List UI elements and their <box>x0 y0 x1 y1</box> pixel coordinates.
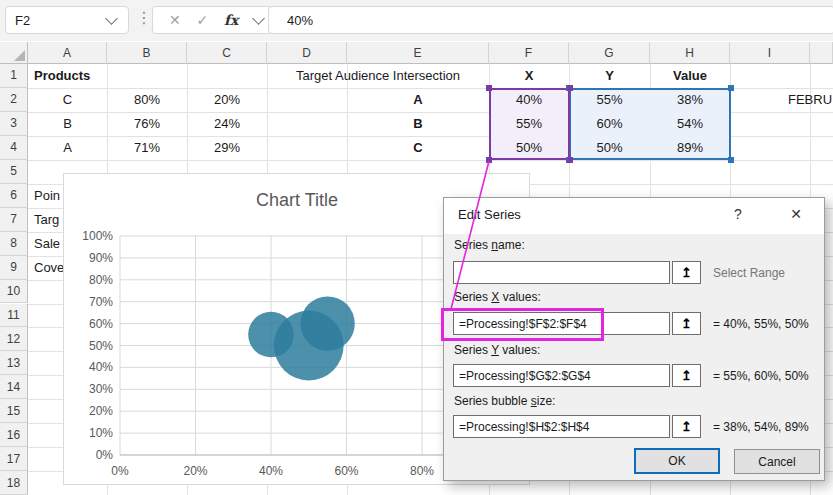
row-header-12[interactable]: 12 <box>0 327 28 351</box>
svg-text:60%: 60% <box>334 464 358 478</box>
row-header-17[interactable]: 17 <box>0 447 28 471</box>
field-label: Series name: <box>454 238 525 252</box>
svg-text:0%: 0% <box>111 464 129 478</box>
chevron-down-icon[interactable] <box>105 12 118 25</box>
column-header-G[interactable]: G <box>569 42 650 64</box>
cell-G4[interactable]: 50% <box>569 136 650 160</box>
svg-text:50%: 50% <box>89 339 113 353</box>
cancel-button[interactable]: Cancel <box>734 449 820 474</box>
close-icon[interactable]: ✕ <box>786 206 806 222</box>
row-header-8[interactable]: 8 <box>0 232 28 256</box>
dialog-titlebar[interactable]: Edit Series ? ✕ <box>444 198 824 234</box>
formula-input[interactable]: 40% <box>268 6 833 34</box>
row-header-18[interactable]: 18 <box>0 471 28 495</box>
cell-D1[interactable]: Target Audience Intersection <box>267 64 489 88</box>
cell-A4[interactable]: A <box>28 136 107 160</box>
field-input[interactable]: =Processing!$G$2:$G$4 <box>453 364 670 387</box>
row-header-6[interactable]: 6 <box>0 184 28 208</box>
field-label: Series bubble size: <box>454 394 555 408</box>
cell-H2[interactable]: 38% <box>650 88 730 112</box>
row-header-13[interactable]: 13 <box>0 351 28 375</box>
row-header-1[interactable]: 1 <box>0 64 28 88</box>
field-input[interactable] <box>453 261 670 284</box>
column-header-F[interactable]: F <box>489 42 569 64</box>
row-header-15[interactable]: 15 <box>0 399 28 423</box>
cell-F3[interactable]: 55% <box>489 112 569 136</box>
svg-text:20%: 20% <box>89 404 113 418</box>
collapse-dialog-icon[interactable]: ↥ <box>672 261 701 284</box>
cell-A3[interactable]: B <box>28 112 107 136</box>
ok-button[interactable]: OK <box>634 448 720 474</box>
cell-G2[interactable]: 55% <box>569 88 650 112</box>
svg-text:40%: 40% <box>89 360 113 374</box>
field-input[interactable]: =Processing!$F$2:$F$4 <box>453 312 670 335</box>
formula-bar: F2 ⋮ ✕ ✓ fx 40% <box>0 0 833 41</box>
row-header-16[interactable]: 16 <box>0 423 28 447</box>
row-header-7[interactable]: 7 <box>0 208 28 232</box>
collapse-dialog-icon[interactable]: ↥ <box>672 415 701 438</box>
svg-text:0%: 0% <box>96 448 114 462</box>
column-header-partial[interactable] <box>810 42 833 64</box>
row-header-11[interactable]: 11 <box>0 304 28 328</box>
cell-H4[interactable]: 89% <box>650 136 730 160</box>
row-header-10[interactable]: 10 <box>0 280 28 304</box>
select-all-corner[interactable] <box>0 42 28 64</box>
column-header-E[interactable]: E <box>347 42 489 64</box>
cell-A1[interactable]: Products <box>28 64 107 88</box>
field-label: Series X values: <box>454 290 541 304</box>
dialog-title: Edit Series <box>458 207 521 222</box>
resolved-values: = 38%, 54%, 89% <box>713 420 809 434</box>
collapse-dialog-icon[interactable]: ↥ <box>672 312 701 335</box>
cell-F4[interactable]: 50% <box>489 136 569 160</box>
cell-G3[interactable]: 60% <box>569 112 650 136</box>
select-range-hint: Select Range <box>713 266 785 280</box>
cell-A2[interactable]: C <box>28 88 107 112</box>
cell-B4[interactable]: 71% <box>107 136 187 160</box>
cell-G1[interactable]: Y <box>569 64 650 88</box>
drag-dots-icon: ⋮ <box>136 8 152 27</box>
confirm-entry-icon[interactable]: ✓ <box>196 12 208 28</box>
column-header-A[interactable]: A <box>28 42 107 64</box>
cell-F2[interactable]: 40% <box>489 88 569 112</box>
field-input[interactable]: =Processing!$H$2:$H$4 <box>453 415 670 438</box>
insert-function-icon[interactable]: fx <box>224 12 238 28</box>
column-header-C[interactable]: C <box>187 42 267 64</box>
cell-H1[interactable]: Value <box>650 64 730 88</box>
row-header-2[interactable]: 2 <box>0 88 28 112</box>
row-header-9[interactable]: 9 <box>0 256 28 280</box>
help-icon[interactable]: ? <box>728 206 748 222</box>
cell-C2[interactable]: 20% <box>187 88 267 112</box>
cell-B3[interactable]: 76% <box>107 112 187 136</box>
cell-E4[interactable]: C <box>347 136 489 160</box>
cell-C3[interactable]: 24% <box>187 112 267 136</box>
svg-text:100%: 100% <box>82 229 113 243</box>
cell-E2[interactable]: A <box>347 88 489 112</box>
cell-F1[interactable]: X <box>489 64 569 88</box>
column-header-H[interactable]: H <box>650 42 730 64</box>
chevron-down-icon[interactable] <box>252 12 265 25</box>
cell-H3[interactable]: 54% <box>650 112 730 136</box>
row-header-5[interactable]: 5 <box>0 160 28 184</box>
svg-text:80%: 80% <box>89 273 113 287</box>
resolved-values: = 40%, 55%, 50% <box>713 317 809 331</box>
row-header-14[interactable]: 14 <box>0 375 28 399</box>
cell-B2[interactable]: 80% <box>107 88 187 112</box>
excel-window: F2 ⋮ ✕ ✓ fx 40% ABCDEFGHI123456789101112… <box>0 0 833 495</box>
column-header-D[interactable]: D <box>267 42 347 64</box>
row-header-3[interactable]: 3 <box>0 112 28 136</box>
svg-text:30%: 30% <box>89 382 113 396</box>
bubble-point <box>274 311 344 381</box>
column-header-I[interactable]: I <box>730 42 810 64</box>
column-header-B[interactable]: B <box>107 42 187 64</box>
svg-text:20%: 20% <box>183 464 207 478</box>
row-header-4[interactable]: 4 <box>0 136 28 160</box>
cancel-entry-icon[interactable]: ✕ <box>169 12 181 28</box>
collapse-dialog-icon[interactable]: ↥ <box>672 364 701 387</box>
name-box[interactable]: F2 <box>5 6 129 34</box>
cell-E3[interactable]: B <box>347 112 489 136</box>
name-box-value: F2 <box>6 13 107 28</box>
resolved-values: = 55%, 60%, 50% <box>713 369 809 383</box>
svg-text:60%: 60% <box>89 317 113 331</box>
cell-C4[interactable]: 29% <box>187 136 267 160</box>
formula-actions: ✕ ✓ fx <box>152 6 280 34</box>
